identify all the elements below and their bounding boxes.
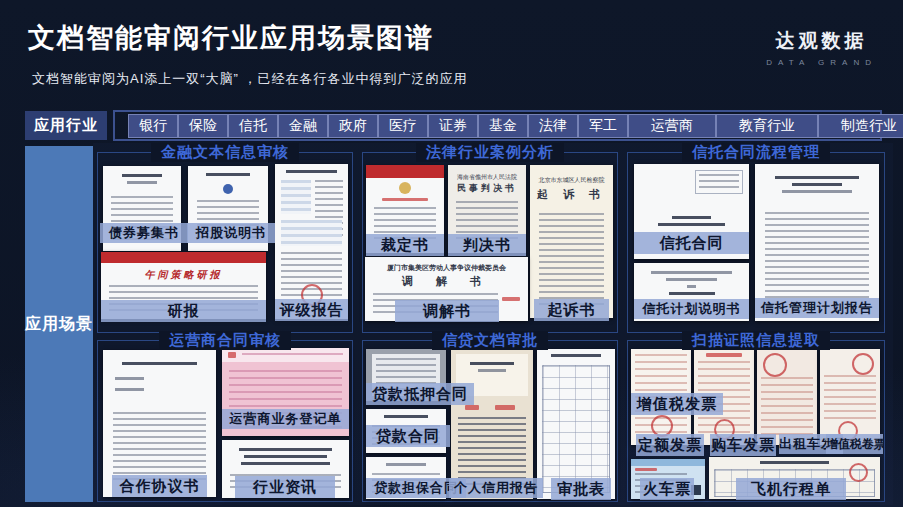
heading-bar	[651, 271, 732, 274]
mediation-org-name: 厦门市集美区劳动人事争议仲裁委员会	[365, 263, 528, 273]
heading-bar	[127, 181, 157, 184]
judgment-court-name: 海南省儋州市人民法院	[448, 173, 526, 182]
heading-bar	[239, 448, 333, 451]
industry-chip-securities[interactable]: 证券	[428, 114, 478, 138]
doc-indictment: 北京市东城区人民检察院 起 诉 书	[530, 165, 613, 318]
heading-bar	[551, 354, 601, 357]
text-lines	[113, 412, 206, 482]
heading-bar	[669, 292, 715, 295]
panel-financial-text-review: 金融文本信息审核 债券募集书 招股说明书 评级报告 午间策略研报 研报	[97, 152, 353, 333]
label-bond-prospectus: 债券募集书	[100, 223, 188, 243]
operator-logo-icon	[228, 352, 236, 358]
industry-chip-military[interactable]: 军工	[578, 114, 628, 138]
heading-bar	[244, 455, 328, 458]
form-header-band	[222, 348, 349, 362]
industry-chip-law[interactable]: 法律	[528, 114, 578, 138]
label-vat-invoice: 增值税发票	[631, 393, 723, 415]
label-cooperation-agreement: 合作协议书	[112, 475, 207, 497]
label-car-invoice: 购车发票	[710, 434, 776, 456]
heading-bar	[470, 362, 513, 365]
label-trust-management-report: 信托管理计划报告	[755, 298, 879, 318]
label-flight-itinerary: 飞机行程单	[736, 478, 846, 500]
heading-bar	[386, 463, 426, 466]
red-seal-icon	[852, 353, 874, 375]
heading-bar	[760, 461, 828, 464]
industry-chip-finance[interactable]: 金融	[278, 114, 328, 138]
heading-bar	[666, 278, 717, 281]
panel-title: 信贷文档审批	[432, 331, 548, 350]
heading-bar	[775, 176, 859, 179]
industry-chip-fund[interactable]: 基金	[478, 114, 528, 138]
doc-personal-credit-report	[451, 349, 533, 499]
mediation-heading: 调 解 书	[365, 274, 528, 289]
text-lines	[761, 377, 813, 439]
text-lines	[824, 375, 876, 419]
doc-car-invoice	[757, 349, 817, 445]
industry-chip-bank[interactable]: 银行	[128, 114, 178, 138]
panel-operator-contract-review: 运营商合同审核 合作协议书 运营商业务登记单 行业资讯	[97, 340, 353, 502]
heading-bar	[658, 223, 725, 226]
red-text-line	[502, 297, 520, 301]
industry-chip-medical[interactable]: 医疗	[378, 114, 428, 138]
brand-name-cn: 达观数据	[766, 28, 877, 54]
label-loan-mortgage-contract: 贷款抵押合同	[366, 383, 474, 405]
doc-approval-form	[537, 349, 615, 499]
panel-title: 运营商合同审核	[159, 331, 291, 350]
label-rating-report: 评级报告	[275, 299, 348, 321]
table-rows	[281, 180, 311, 214]
industry-chip-operator[interactable]: 运营商	[628, 114, 716, 138]
heading-bar	[122, 174, 163, 177]
label-indictment: 起诉书	[534, 299, 609, 321]
label-personal-credit-report: 个人信用报告	[449, 478, 543, 498]
panel-credit-document-approval: 信贷文档审批 贷款抵押合同 贷款合同 贷款担保合同 个人信用报告 审批表	[362, 340, 618, 502]
panel-trust-contract-management: 信托合同流程管理 信托合同 信托计划说明书 信托管理计划报告	[627, 152, 885, 333]
heading-bar	[478, 369, 507, 372]
court-emblem-icon	[399, 182, 411, 194]
red-seal-icon	[763, 353, 787, 377]
heading-bar	[384, 415, 429, 418]
page-title: 文档智能审阅行业应用场景图谱	[28, 20, 434, 56]
label-approval-form: 审批表	[551, 478, 611, 500]
panel-title: 信托合同流程管理	[682, 143, 830, 162]
panel-scanned-certificate-extraction: 扫描证照信息提取 增值税发票 定额发票 购车发票 出租车发票 增值税卷票 火车票…	[627, 340, 885, 502]
label-mediation: 调解书	[395, 300, 499, 322]
text-lines	[699, 174, 739, 190]
heading-bar	[672, 216, 711, 219]
label-operator-registration-form: 运营商业务登记单	[222, 409, 349, 429]
label-loan-contract: 贷款合同	[366, 425, 450, 447]
industry-chip-manufacturing[interactable]: 制造行业	[818, 114, 903, 138]
ticket-header-band	[631, 459, 705, 466]
text-lines	[539, 213, 604, 305]
red-seal-icon	[849, 463, 868, 482]
doc-taxi-invoice	[820, 349, 880, 445]
red-highlight	[465, 405, 479, 410]
brand-logo: 达观数据 DATA GRAND	[766, 28, 877, 67]
heading-bar	[782, 190, 851, 193]
label-train-ticket: 火车票	[640, 478, 694, 500]
indictment-heading: 起 诉 书	[530, 187, 613, 202]
text-lines	[765, 212, 869, 298]
red-text-line	[382, 198, 429, 201]
text-bar	[115, 388, 144, 391]
red-header-band	[101, 252, 266, 263]
text-bar	[115, 377, 144, 380]
text-lines	[242, 353, 343, 358]
industry-chip-insurance[interactable]: 保险	[178, 114, 228, 138]
panel-title: 金融文本信息审核	[151, 143, 299, 162]
judgment-heading: 民事判决书	[448, 182, 526, 195]
industry-chip-education[interactable]: 教育行业	[716, 114, 818, 138]
label-vat-roll-invoice: 增值税卷票	[826, 434, 883, 454]
heading-bar	[122, 362, 197, 365]
research-report-heading: 午间策略研报	[101, 268, 266, 282]
scenario-sidebar-label: 应用场景	[25, 314, 93, 335]
scenario-sidebar: 应用场景	[25, 146, 93, 502]
red-highlight	[495, 405, 515, 410]
red-header-band	[366, 165, 444, 178]
annotation-box	[695, 170, 743, 194]
industry-chip-government[interactable]: 政府	[328, 114, 378, 138]
label-quota-invoice: 定额发票	[636, 434, 704, 456]
heading-bar	[241, 462, 330, 465]
red-text-line	[635, 468, 657, 471]
heading-bar	[792, 183, 842, 186]
industry-chip-trust[interactable]: 信托	[228, 114, 278, 138]
